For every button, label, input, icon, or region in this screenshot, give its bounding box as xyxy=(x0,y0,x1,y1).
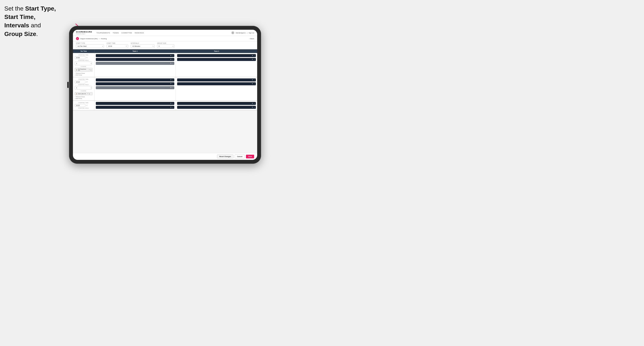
player-edit-icon[interactable]: ○ xyxy=(172,83,173,85)
remove-group-btn-1[interactable]: ○ Remove Group xyxy=(75,72,92,74)
course-remove-icon-2[interactable]: ✕ xyxy=(87,93,88,95)
hole-select-1[interactable]: 1 ▾ xyxy=(75,62,92,65)
course-tag-2: 🏌 East Lake GC ✕ ▾ xyxy=(75,92,92,95)
player-edit-icon[interactable]: ○ xyxy=(254,83,255,85)
group-size-select-wrapper: 3 ▾ xyxy=(157,44,174,48)
start-type-select[interactable]: 1st Tee Start ▾ xyxy=(76,44,104,48)
player-edit-icon[interactable]: ○ xyxy=(172,87,173,89)
start-type-value: 1st Tee Start xyxy=(78,45,86,47)
remove-group-btn-2[interactable]: ○ Remove Group xyxy=(75,96,92,97)
instruction-line1-normal: Set the xyxy=(4,5,25,12)
team2-col-3: ✕ ○ ✕ ○ xyxy=(176,101,257,110)
group-size-select[interactable]: 3 ▾ xyxy=(157,44,174,48)
player-remove-icon[interactable]: ✕ xyxy=(170,103,172,104)
logo-subtext: Powered by clipp.io xyxy=(76,33,85,34)
nav-user-area: B blair@clippd.io | Sign out xyxy=(231,31,254,34)
player-row-3-t2-1: ✕ ○ xyxy=(177,102,256,105)
starting-hole-label-3: STARTING HOLE: xyxy=(75,108,92,109)
breadcrumb-context: Hosting xyxy=(101,38,106,40)
tournament-name[interactable]: Clippd Invitational (Me) xyxy=(80,38,98,40)
player-edit-icon[interactable]: ○ xyxy=(254,79,255,81)
player-edit-icon[interactable]: ○ xyxy=(172,79,173,81)
logo-text: SCOREBOARD xyxy=(76,31,92,33)
player-row-2-t2-1: ✕ ○ xyxy=(177,78,256,81)
nav-rankings[interactable]: RANKINGS xyxy=(135,31,144,34)
player-remove-icon[interactable]: ✕ xyxy=(252,83,253,85)
player-remove-icon[interactable]: ✕ xyxy=(170,59,172,60)
starting-time-row-3: ⏱ xyxy=(75,104,92,107)
starting-time-row-1: ⏱ xyxy=(75,56,92,59)
player-edit-icon[interactable]: ○ xyxy=(254,55,255,56)
player-remove-icon[interactable]: ✕ xyxy=(170,83,172,85)
breadcrumb-separator: > xyxy=(99,38,100,40)
player-edit-icon[interactable]: ○ xyxy=(172,103,173,104)
add-group-btn-2[interactable]: + Add Group xyxy=(75,98,92,99)
group-size-label: Group Size xyxy=(157,42,174,44)
player-edit-icon[interactable]: ○ xyxy=(254,103,255,104)
player-remove-icon[interactable]: ✕ xyxy=(252,59,253,60)
course-remove-icon-1[interactable]: ✕ xyxy=(89,69,90,71)
course-chevron-2[interactable]: ▾ xyxy=(89,93,90,95)
player-edit-icon[interactable]: ○ xyxy=(172,55,173,56)
back-button[interactable]: ‹ Back xyxy=(249,38,254,40)
instruction-line4-normal: . xyxy=(36,31,38,37)
group-actions-1: ○ Remove Group + Add Group xyxy=(75,72,92,76)
sub-header: C Clippd Invitational (Me) > Hosting ‹ B… xyxy=(73,36,257,41)
circle-icon-2: ○ xyxy=(75,96,76,97)
cancel-button[interactable]: Cancel xyxy=(235,155,245,159)
course-chevron-1[interactable]: ▾ xyxy=(90,69,91,71)
player-remove-icon[interactable]: ✕ xyxy=(252,55,253,56)
player-edit-icon[interactable]: ○ xyxy=(254,107,255,108)
hole-select-2[interactable]: 1 ▾ xyxy=(75,86,92,90)
player-remove-icon[interactable]: ✕ xyxy=(252,103,253,104)
intervals-label: Intervals xyxy=(131,42,154,44)
start-time-value: 10:00 xyxy=(108,45,112,47)
avatar: B xyxy=(231,31,234,34)
player-row-2-t2-2: ✕ ○ xyxy=(177,82,256,85)
team2-col-1: ✕ ○ ✕ ○ xyxy=(176,53,257,77)
starting-hole-select-2: 1 ▾ xyxy=(75,86,92,90)
player-remove-icon[interactable]: ✕ xyxy=(170,62,172,64)
player-row-1-t1-3: ✕ ○ xyxy=(96,62,174,65)
player-remove-icon[interactable]: ✕ xyxy=(170,55,172,56)
nav-tournaments[interactable]: TOURNAMENTS xyxy=(96,31,110,34)
instruction-line4-bold: Group Size xyxy=(4,31,36,37)
form-controls: Start Type 1st Tee Start ▾ Start Time 10… xyxy=(73,41,257,49)
intervals-select[interactable]: 10 Minutes ▾ xyxy=(131,44,154,48)
player-remove-icon[interactable]: ✕ xyxy=(170,87,172,89)
player-remove-icon[interactable]: ✕ xyxy=(170,79,172,81)
header-team2: Team 2 xyxy=(176,49,257,53)
bottom-action-bar: Reset Changes Cancel Save xyxy=(73,153,257,160)
player-edit-icon[interactable]: ○ xyxy=(254,59,255,60)
start-time-select[interactable]: 10:00 ⏱ xyxy=(106,44,128,48)
course-label-2: COURSE: xyxy=(75,90,92,92)
player-remove-icon[interactable]: ✕ xyxy=(170,106,172,108)
tablet-side-button xyxy=(67,82,68,88)
add-group-btn-1[interactable]: + Add Group xyxy=(75,74,92,76)
reset-changes-button[interactable]: Reset Changes xyxy=(217,155,234,159)
clippd-logo-icon: C xyxy=(76,37,79,40)
start-time-select-wrapper: 10:00 ⏱ xyxy=(106,44,128,48)
top-navigation: SCOREBOARD Powered by clipp.io TOURNAMEN… xyxy=(73,30,257,36)
starting-time-input-1[interactable] xyxy=(75,56,86,59)
player-edit-icon[interactable]: ○ xyxy=(172,59,173,60)
player-remove-icon[interactable]: ✕ xyxy=(252,106,253,108)
player-edit-icon[interactable]: ○ xyxy=(172,63,173,64)
clock-icon-2: ⏱ xyxy=(86,81,88,83)
sign-out-link[interactable]: Sign out xyxy=(248,32,254,34)
player-edit-icon[interactable]: ○ xyxy=(172,107,173,108)
player-row-2-t1-3: ✕ ○ xyxy=(96,86,174,89)
player-remove-icon[interactable]: ✕ xyxy=(252,79,253,81)
nav-teams[interactable]: TEAMS xyxy=(112,31,119,34)
save-button[interactable]: Save xyxy=(246,155,254,158)
logo: SCOREBOARD Powered by clipp.io xyxy=(76,31,92,34)
back-label: ‹ Back xyxy=(249,38,254,40)
starting-time-input-3[interactable] xyxy=(75,104,86,107)
separator: | xyxy=(247,32,247,34)
add-group-label-1: + Add Group xyxy=(75,74,82,76)
starting-time-input-2[interactable] xyxy=(75,81,86,83)
instruction-line3-bold: Intervals xyxy=(4,22,29,29)
group-actions-2: ○ Remove Group + Add Group xyxy=(75,96,92,99)
tablet-device: SCOREBOARD Powered by clipp.io TOURNAMEN… xyxy=(69,26,261,164)
nav-committee[interactable]: COMMITTEE xyxy=(122,31,132,34)
